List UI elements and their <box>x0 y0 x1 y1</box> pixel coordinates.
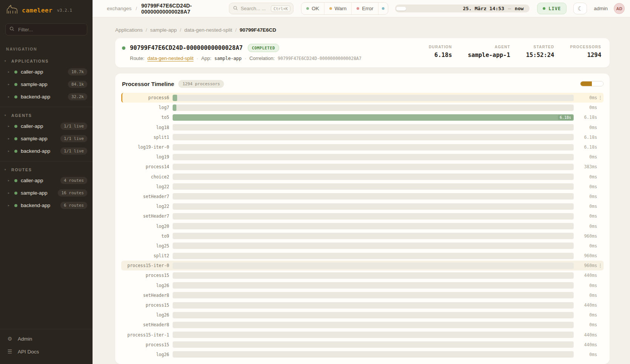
filter-input[interactable] <box>17 26 83 33</box>
chevron-right-icon[interactable]: ▸ <box>8 83 11 86</box>
route-link[interactable]: data-gen-nested-split <box>147 55 193 61</box>
chevron-right-icon[interactable]: ▸ <box>8 95 11 98</box>
breadcrumb-link[interactable]: data-gen-nested-split <box>184 27 232 33</box>
sidebar-item[interactable]: ▸ backend-app 1/1 live <box>0 145 93 157</box>
processor-name: log20 <box>122 224 169 229</box>
timeline-row[interactable]: split1 6.18s <box>121 132 604 142</box>
time-range-button[interactable] <box>396 7 406 11</box>
sidebar-item[interactable]: ▸ backend-app 32.2k <box>0 91 93 103</box>
avatar[interactable]: AD <box>614 3 625 14</box>
timeline-row[interactable]: log25 0ms <box>121 241 604 251</box>
logo-row[interactable]: cameleer v3.2.1 <box>0 0 93 20</box>
timeline-row[interactable]: log26 0ms <box>121 310 604 320</box>
global-search[interactable]: Search... ... Ctrl+K <box>229 3 293 14</box>
user-name[interactable]: admin <box>594 6 608 11</box>
sidebar-item-badge: 1/1 live <box>60 123 87 130</box>
stat-value: 6.18s <box>429 52 452 58</box>
nav-section-title[interactable]: ▾ APPLICATIONS <box>0 56 93 66</box>
view-toggle-button[interactable] <box>581 81 592 86</box>
timeline-row[interactable]: setHeader8 0ms <box>121 290 604 300</box>
timeline-row[interactable]: process15 440ms <box>121 300 604 310</box>
timeline-row[interactable]: process6 0ms ⋮ <box>121 93 604 103</box>
sidebar-item[interactable]: ▸ caller-app 1/1 live <box>0 120 93 132</box>
breadcrumb-link[interactable]: sample-app <box>150 27 177 33</box>
status-filter-chip[interactable] <box>378 3 388 14</box>
time-range-button[interactable] <box>435 7 445 11</box>
timeline-row[interactable]: log22 0ms <box>121 182 604 192</box>
time-range-button[interactable] <box>445 7 455 11</box>
duration-value: 0ms <box>578 95 597 100</box>
date-range[interactable]: 25. März 14:53 — now <box>455 6 528 11</box>
status-filter-chip[interactable]: Error <box>351 3 378 14</box>
timeline-row[interactable]: setHeader7 0ms <box>121 211 604 221</box>
processor-name: process14 <box>122 164 169 169</box>
duration-value: 6.18s <box>578 135 597 140</box>
chevron-right-icon[interactable]: ▸ <box>8 204 11 207</box>
row-menu-icon[interactable]: ⋮ <box>597 263 604 268</box>
chevron-right-icon[interactable]: ▸ <box>8 179 11 182</box>
view-toggle-button[interactable] <box>592 81 603 86</box>
timeline-row[interactable]: log22 0ms <box>121 201 604 211</box>
chevron-right-icon[interactable]: ▸ <box>8 124 11 128</box>
breadcrumb: Applications/sample-app/data-gen-nested-… <box>115 27 610 33</box>
timeline-row[interactable]: log26 0ms <box>121 350 604 359</box>
breadcrumb-link[interactable]: Applications <box>115 27 143 33</box>
timeline-row[interactable]: split2 960ms <box>121 251 604 261</box>
status-badge: COMPLETED <box>248 44 279 52</box>
sidebar-item[interactable]: ▸ sample-app 1/1 live <box>0 132 93 145</box>
status-dot <box>14 150 17 153</box>
timeline-row[interactable]: choice2 0ms <box>121 172 604 182</box>
row-menu-icon[interactable]: ⋮ <box>597 95 604 100</box>
timeline-row[interactable]: process15-iter-1 440ms <box>121 330 604 340</box>
timeline-row[interactable]: log20 0ms <box>121 221 604 231</box>
nav-section-title[interactable]: ▾ AGENTS <box>0 110 93 120</box>
sidebar-item[interactable]: ▸ caller-app 10.7k <box>0 66 93 78</box>
duration-value: 0ms <box>578 174 597 180</box>
timeline-row[interactable]: to5 6.18s 6.18s <box>121 112 604 122</box>
timeline-row[interactable]: log19-iter-0 6.18s <box>121 142 604 152</box>
timeline-row[interactable]: setHeader7 0ms <box>121 192 604 201</box>
chevron-right-icon[interactable]: ▸ <box>8 137 11 140</box>
timeline-row[interactable]: log26 0ms <box>121 281 604 290</box>
brand-name: cameleer <box>22 7 52 14</box>
sidebar-filter[interactable] <box>5 23 87 35</box>
timeline-row[interactable]: log19 0ms <box>121 152 604 162</box>
time-range-button[interactable] <box>426 7 435 11</box>
time-range-button[interactable] <box>406 7 416 11</box>
nav-section-title[interactable]: ▾ ROUTES <box>0 164 93 174</box>
sidebar-item[interactable]: ▸ caller-app 4 routes <box>0 174 93 187</box>
breadcrumb-current: 90799F47E6CD <box>239 27 276 33</box>
chevron-right-icon[interactable]: ▸ <box>8 70 11 74</box>
chevron-right-icon[interactable]: ▸ <box>8 191 11 195</box>
chevron-right-icon[interactable]: ▸ <box>8 149 11 153</box>
timeline-row[interactable]: process15-iter-0 960ms ⋮ <box>121 261 604 270</box>
status-filter-label: OK <box>312 6 319 11</box>
topbar-breadcrumb-section[interactable]: exchanges <box>107 6 131 11</box>
status-filter-chip[interactable]: OK <box>301 3 324 14</box>
time-range-button[interactable] <box>416 7 426 11</box>
sidebar-item[interactable]: ▸ sample-app 16 routes <box>0 187 93 199</box>
breadcrumb-separator: / <box>136 6 137 11</box>
processor-name: to9 <box>122 233 169 239</box>
sidebar-item[interactable]: ▸ backend-app 6 routes <box>0 199 93 212</box>
timeline-row[interactable]: process15 440ms <box>121 270 604 280</box>
duration-value: 0ms <box>578 243 597 249</box>
duration-value: 960ms <box>578 233 597 239</box>
status-filter-chip[interactable]: Warn <box>324 3 352 14</box>
timeline-row[interactable]: log7 0ms <box>121 103 604 112</box>
bar-duration-label: 6.18s <box>558 115 573 120</box>
sidebar-footer-item[interactable]: ☰ API Docs <box>0 345 93 358</box>
duration-bar: 6.18s <box>173 114 574 121</box>
sidebar-footer-item[interactable]: ⚙ Admin <box>0 332 93 345</box>
status-dot <box>14 125 17 128</box>
duration-value: 960ms <box>578 263 597 268</box>
theme-toggle-button[interactable]: ☾ <box>573 3 587 14</box>
timeline-row[interactable]: process14 383ms <box>121 162 604 172</box>
sidebar-item[interactable]: ▸ sample-app 84.1k <box>0 78 93 91</box>
timeline-row[interactable]: log18 0ms <box>121 123 604 132</box>
live-toggle[interactable]: LIVE <box>537 3 567 14</box>
timeline-row[interactable]: process15 440ms <box>121 340 604 350</box>
timeline-row[interactable]: setHeader8 0ms <box>121 320 604 330</box>
timeline-row[interactable]: to9 960ms <box>121 231 604 241</box>
processor-name: setHeader7 <box>122 194 169 199</box>
